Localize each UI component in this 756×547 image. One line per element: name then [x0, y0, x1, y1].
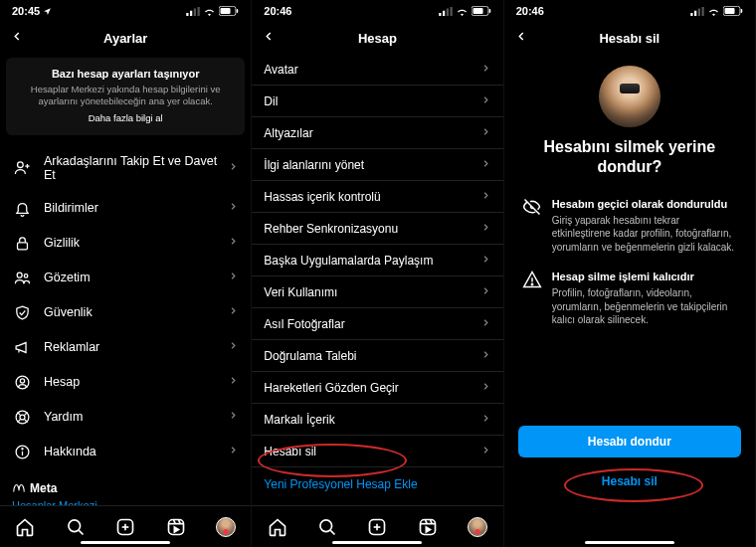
delete-button[interactable]: Hesabı sil	[518, 465, 741, 497]
people-icon	[12, 270, 32, 286]
svg-rect-55	[741, 9, 743, 13]
chevron-right-icon	[480, 126, 491, 140]
header-title: Hesabı sil	[599, 31, 660, 46]
chevron-right-icon	[228, 236, 239, 250]
row-privacy[interactable]: Gizlilik	[0, 226, 251, 261]
location-arrow-icon	[43, 7, 52, 16]
chevron-right-icon	[480, 158, 491, 172]
tab-profile[interactable]	[201, 517, 251, 537]
bell-icon	[12, 200, 32, 217]
row-delete-account[interactable]: Hesabı sil	[252, 436, 502, 467]
back-button[interactable]	[262, 30, 276, 47]
row-captions[interactable]: Altyazılar	[252, 117, 502, 149]
svg-rect-10	[17, 242, 27, 249]
row-original-photos[interactable]: Asıl Fotoğraflar	[252, 308, 502, 340]
svg-point-7	[17, 162, 23, 168]
eye-off-icon	[522, 197, 542, 217]
tab-home[interactable]	[0, 517, 50, 537]
row-about[interactable]: Hakkında	[0, 435, 251, 469]
row-help[interactable]: Yardım	[0, 400, 251, 435]
chevron-right-icon	[480, 222, 491, 236]
status-bar: 20:45	[0, 0, 251, 22]
row-label: Yardım	[44, 410, 228, 424]
svg-point-23	[21, 448, 22, 449]
back-button[interactable]	[10, 30, 24, 47]
row-label: Güvenlik	[44, 305, 228, 319]
back-button[interactable]	[514, 30, 528, 47]
chevron-right-icon	[480, 254, 491, 268]
chevron-right-icon	[228, 161, 239, 175]
row-label: Hakkında	[44, 445, 228, 458]
meta-icon	[12, 483, 26, 493]
warning-triangle-icon	[522, 270, 542, 289]
chevron-left-icon	[514, 30, 528, 44]
deactivate-button[interactable]: Hesabı dondur	[518, 426, 741, 457]
row-review-activity[interactable]: Hareketleri Gözden Geçir	[252, 372, 502, 404]
tab-reels[interactable]	[150, 517, 200, 537]
row-label: Gözetim	[44, 271, 228, 284]
svg-rect-35	[446, 8, 448, 16]
row-contact-sync[interactable]: Rehber Senkronizasyonu	[252, 213, 502, 245]
row-share-other-apps[interactable]: Başka Uygulamalarda Paylaşım	[252, 245, 502, 276]
wifi-icon	[456, 7, 469, 16]
search-icon	[317, 517, 337, 537]
row-account[interactable]: Hesap	[0, 365, 251, 400]
row-security[interactable]: Güvenlik	[0, 295, 251, 330]
row-avatar[interactable]: Avatar	[252, 54, 502, 86]
row-sensitive-content[interactable]: Hassas içerik kontrolü	[252, 181, 502, 213]
row-notifications[interactable]: Bildirimler	[0, 191, 251, 226]
meta-logo: Meta	[12, 481, 239, 495]
battery-icon	[219, 6, 239, 16]
svg-line-25	[79, 530, 83, 534]
svg-rect-52	[701, 7, 703, 16]
migration-banner[interactable]: Bazı hesap ayarları taşınıyor Hesaplar M…	[6, 58, 245, 135]
signal-icon	[439, 7, 453, 16]
row-branded-content[interactable]: Markalı İçerik	[252, 404, 502, 436]
tab-create[interactable]	[352, 517, 402, 537]
chevron-right-icon	[228, 201, 239, 215]
row-invite-friends[interactable]: Arkadaşlarını Takip Et ve Davet Et	[0, 145, 251, 191]
svg-point-11	[17, 273, 22, 277]
svg-rect-3	[198, 7, 200, 16]
info-freeze-text: Giriş yaparak hesabını tekrar etkinleşti…	[552, 215, 734, 253]
chevron-right-icon	[228, 445, 239, 458]
row-verification-request[interactable]: Doğrulama Talebi	[252, 340, 502, 372]
svg-point-40	[320, 519, 332, 531]
svg-point-16	[20, 415, 25, 420]
tab-search[interactable]	[50, 517, 99, 537]
svg-line-41	[330, 530, 334, 534]
status-time: 20:46	[516, 5, 544, 17]
svg-rect-54	[725, 8, 735, 14]
tab-create[interactable]	[100, 517, 150, 537]
chevron-right-icon	[228, 271, 239, 284]
row-data-usage[interactable]: Veri Kullanımı	[252, 276, 502, 308]
reels-icon	[166, 517, 186, 537]
row-ads[interactable]: Reklamlar	[0, 330, 251, 365]
row-interests[interactable]: İlgi alanlarını yönet	[252, 149, 502, 181]
row-supervision[interactable]: Gözetim	[0, 261, 251, 295]
megaphone-icon	[12, 339, 32, 356]
signal-icon	[186, 7, 200, 16]
content-area: Bazı hesap ayarları taşınıyor Hesaplar M…	[0, 54, 251, 505]
profile-avatar	[599, 66, 661, 127]
chevron-right-icon	[480, 381, 491, 395]
add-professional-account-link[interactable]: Yeni Profesyonel Hesap Ekle	[252, 467, 502, 501]
chevron-right-icon	[480, 63, 491, 77]
svg-rect-33	[439, 13, 441, 16]
shield-icon	[12, 304, 32, 321]
banner-learn-more-link[interactable]: Daha fazla bilgi al	[22, 112, 229, 123]
tab-profile[interactable]	[453, 517, 502, 537]
search-icon	[66, 517, 86, 537]
home-indicator	[332, 541, 422, 545]
battery-icon	[723, 6, 743, 16]
delete-heading: Hesabını silmek yerine dondur?	[504, 137, 755, 189]
chevron-right-icon	[228, 375, 239, 389]
tab-search[interactable]	[302, 517, 352, 537]
tab-reels[interactable]	[403, 517, 453, 537]
reels-icon	[418, 517, 438, 537]
banner-subtitle: Hesaplar Merkezi yakında hesap bilgileri…	[22, 84, 229, 108]
tab-home[interactable]	[252, 517, 301, 537]
row-language[interactable]: Dil	[252, 86, 502, 117]
chevron-right-icon	[480, 190, 491, 204]
header-title: Hesap	[358, 31, 397, 46]
